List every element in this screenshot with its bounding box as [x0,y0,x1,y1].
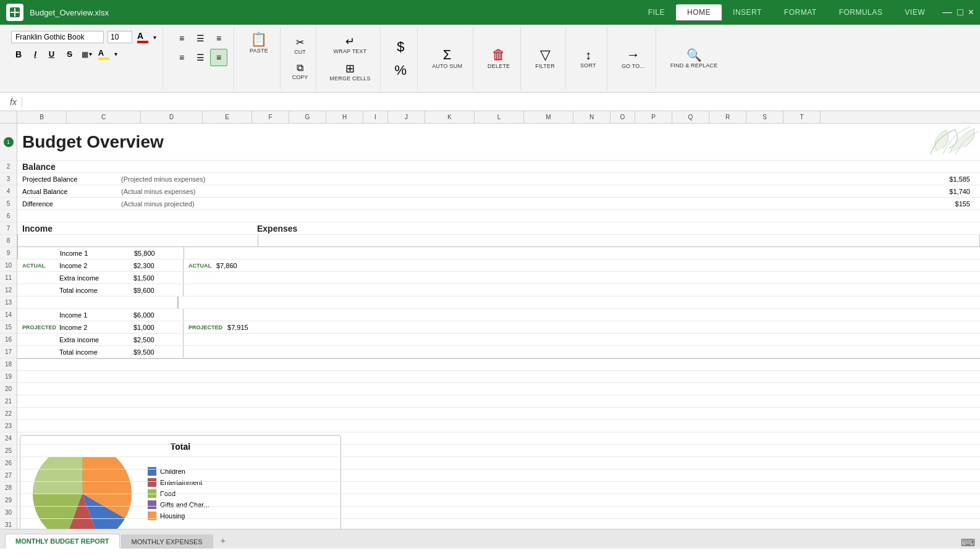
row-num-9[interactable]: 9 [0,247,17,259]
row-num-25[interactable]: 25 [0,445,17,457]
row-10[interactable]: ACTUAL Income 2 $2,300 ACTUAL $7,860 [17,259,980,272]
add-tab-button[interactable]: + [214,533,232,549]
row-num-4[interactable]: 4 [0,185,17,198]
row-22[interactable] [17,408,980,420]
row-21[interactable] [17,395,980,408]
align-left-btn[interactable]: ≡ [173,30,190,47]
row-9[interactable]: Income 1 $5,800 [17,247,980,259]
col-H[interactable]: H [326,111,363,123]
formula-input[interactable] [27,98,975,106]
row-num-22[interactable]: 22 [0,408,17,420]
underline-button[interactable]: U [44,48,59,61]
row-num-30[interactable]: 30 [0,507,17,519]
col-L[interactable]: L [475,111,524,123]
row-8[interactable] [17,235,980,247]
col-M[interactable]: M [524,111,573,123]
row-19[interactable] [17,371,980,383]
fill-color-btn[interactable]: A [97,47,111,61]
col-I[interactable]: I [363,111,388,123]
row-num-8[interactable]: 8 [0,235,17,247]
row-num-10[interactable]: 10 [0,259,17,272]
col-Q[interactable]: Q [672,111,709,123]
col-C[interactable]: C [67,111,141,123]
sort-button[interactable]: ↕ SORT [575,46,602,72]
chevron-down-icon[interactable]: ▾ [89,51,92,57]
keyboard-icon[interactable]: ⌨ [961,537,975,549]
align-justify-btn[interactable]: ≡ [210,49,227,66]
row-3[interactable]: Projected Balance (Projected minus expen… [17,173,980,185]
paste-button[interactable]: 📋 PASTE [244,30,274,57]
row-20[interactable] [17,383,980,395]
row-num-1[interactable]: 1 [0,124,17,161]
percent-button[interactable]: % [389,61,413,80]
copy-button[interactable]: ⧉ COPY [288,61,313,82]
row-num-14[interactable]: 14 [0,309,17,321]
row-1[interactable]: Budget Overview [17,124,980,161]
col-N[interactable]: N [573,111,610,123]
row-num-20[interactable]: 20 [0,383,17,395]
col-G[interactable]: G [289,111,326,123]
align-right-btn[interactable]: ≡ [210,30,227,47]
row-num-16[interactable]: 16 [0,334,17,346]
row-18[interactable] [17,358,980,371]
minimize-icon[interactable]: — [942,7,952,18]
maximize-icon[interactable]: □ [957,7,963,18]
row-num-7[interactable]: 7 [0,222,17,235]
strikethrough-button[interactable]: S [62,48,77,61]
col-B[interactable]: B [17,111,67,123]
bold-button[interactable]: B [11,48,26,61]
menu-formulas[interactable]: FORMULAS [828,4,894,20]
row-16[interactable]: Extra income $2,500 [17,334,980,346]
row-5[interactable]: Difference (Actual minus projected) $155 [17,198,980,210]
menu-insert[interactable]: INSERT [722,4,773,20]
align-left2-btn[interactable]: ≡ [173,49,190,66]
align-center-btn[interactable]: ☰ [192,30,209,47]
font-name-input[interactable] [11,31,104,43]
row-23[interactable] [17,420,980,432]
font-size-input[interactable] [108,31,132,43]
row-num-28[interactable]: 28 [0,482,17,494]
border-btn[interactable]: ▦ ▾ [80,49,93,60]
col-S[interactable]: S [746,111,784,123]
menu-file[interactable]: FILE [637,4,676,20]
menu-format[interactable]: FORMAT [773,4,828,20]
row-num-11[interactable]: 11 [0,272,17,284]
row-num-26[interactable]: 26 [0,457,17,470]
row-num-29[interactable]: 29 [0,494,17,507]
font-color-btn[interactable]: A [136,30,150,44]
autosum-button[interactable]: Σ AUTO SUM [426,45,468,72]
col-R[interactable]: R [709,111,746,123]
cut-button[interactable]: ✂ CUT [288,35,313,57]
col-K[interactable]: K [425,111,475,123]
row-num-17[interactable]: 17 [0,346,17,358]
row-num-24[interactable]: 24 [0,432,17,445]
menu-home[interactable]: HOME [676,4,722,20]
row-num-18[interactable]: 18 [0,358,17,371]
row-11[interactable]: Extra income $1,500 [17,272,980,284]
row-num-23[interactable]: 23 [0,420,17,432]
row-13[interactable] [17,297,980,309]
align-center2-btn[interactable]: ☰ [192,49,209,66]
chevron-down-icon[interactable]: ▾ [153,34,156,41]
merge-cells-button[interactable]: ⊞ MERGE CELLS [324,60,376,85]
row-num-15[interactable]: 15 [0,321,17,334]
row-num-2[interactable]: 2 [0,161,17,173]
row-4[interactable]: Actual Balance (Actual minus expenses) $… [17,185,980,198]
italic-button[interactable]: I [30,48,41,61]
row-6[interactable] [17,210,980,222]
row-num-27[interactable]: 27 [0,470,17,482]
dollar-button[interactable]: $ [389,37,413,57]
filter-button[interactable]: ▽ FILTER [530,45,560,72]
row-num-3[interactable]: 3 [0,173,17,185]
row-num-6[interactable]: 6 [0,210,17,222]
col-P[interactable]: P [635,111,672,123]
tab-monthly-budget[interactable]: MONTHLY BUDGET REPORT [5,534,120,549]
app-logo[interactable] [6,4,23,21]
chevron-down-icon[interactable]: ▾ [114,51,117,57]
menu-view[interactable]: VIEW [893,4,936,20]
row-12[interactable]: Total income $9,600 [17,284,980,297]
row-14[interactable]: Income 1 $6,000 [17,309,980,321]
find-replace-button[interactable]: 🔍 FIND & REPLACE [665,46,724,72]
row-num-5[interactable]: 5 [0,198,17,210]
row-15[interactable]: PROJECTED Income 2 $1,000 PROJECTED $7,9… [17,321,980,334]
